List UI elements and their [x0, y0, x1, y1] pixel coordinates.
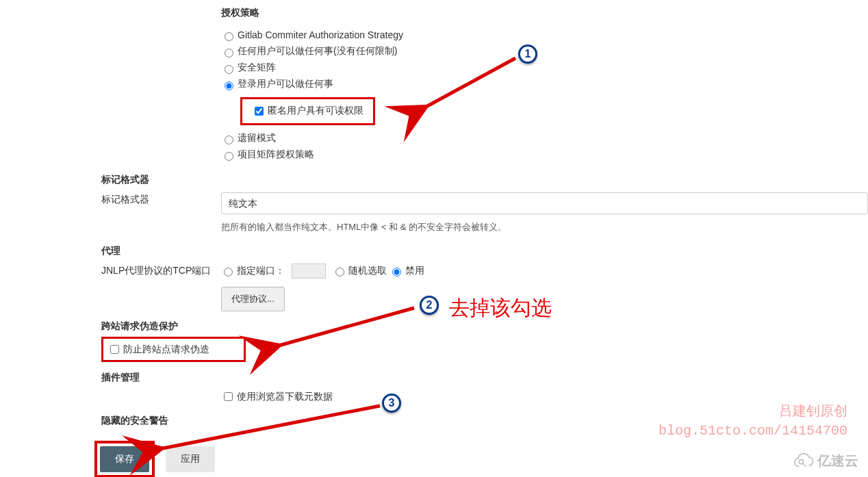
markup-formatter-help: 把所有的输入都当作纯文本。HTML中像 < 和 & 的不安全字符会被转义。 — [221, 214, 868, 236]
port-label-fixed: 指定端口： — [237, 265, 285, 277]
auth-radio-gitlab[interactable] — [225, 32, 233, 41]
auth-radio-loggedin[interactable] — [225, 81, 233, 90]
annotation-arrow-1 — [407, 51, 524, 120]
save-button[interactable]: 保存 — [100, 446, 149, 472]
auth-label-gitlab: Gitlab Commiter Authorization Strategy — [238, 29, 403, 40]
csrf-checkbox[interactable] — [110, 345, 119, 354]
port-label-disabled: 禁用 — [405, 265, 424, 277]
annotation-arrow-2 — [260, 305, 424, 359]
svg-line-2 — [156, 406, 380, 450]
port-radio-disabled[interactable] — [392, 268, 401, 276]
auth-radio-anyone[interactable] — [225, 49, 233, 57]
auth-radio-matrix[interactable] — [225, 65, 233, 74]
jnlp-port-label: JNLP代理协议的TCP端口 — [101, 263, 221, 311]
auth-label-matrix: 安全矩阵 — [238, 62, 276, 73]
annotation-text-2: 去掉该勾选 — [449, 294, 552, 322]
watermark: 吕建钊原创 blog.51cto.com/14154700 — [659, 402, 847, 441]
svg-line-1 — [274, 308, 414, 347]
markup-section-title: 标记格式器 — [0, 171, 868, 190]
port-fixed-input[interactable] — [292, 263, 326, 279]
auth-radio-legacy[interactable] — [225, 136, 233, 144]
auth-label-projectmatrix: 项目矩阵授权策略 — [238, 149, 314, 159]
csrf-section-title: 跨站请求伪造保护 — [0, 318, 868, 337]
annotation-arrow-3 — [144, 400, 390, 462]
agent-section-title: 代理 — [0, 242, 868, 261]
port-radio-fixed[interactable] — [224, 268, 233, 276]
plugin-section-title: 插件管理 — [0, 369, 868, 388]
anon-read-label: 匿名用户具有可读权限 — [268, 105, 363, 116]
svg-line-0 — [421, 58, 515, 109]
auth-label-loggedin: 登录用户可以做任何事 — [238, 78, 333, 89]
brand-logo: 亿速云 — [790, 452, 858, 470]
cloud-icon — [790, 453, 815, 469]
auth-label-legacy: 遗留模式 — [238, 132, 276, 143]
anon-read-highlight: 匿名用户具有可读权限 — [240, 97, 375, 125]
csrf-highlight: 防止跨站点请求伪造 — [101, 337, 246, 362]
auth-label-anyone: 任何用户可以做任何事(没有任何限制) — [238, 45, 397, 56]
auth-radio-projectmatrix[interactable] — [225, 152, 233, 161]
anon-read-checkbox[interactable] — [255, 107, 264, 116]
svg-point-3 — [799, 459, 803, 463]
markup-formatter-select[interactable]: 纯文本 — [221, 192, 868, 214]
port-radio-random[interactable] — [335, 268, 344, 276]
markup-formatter-label: 标记格式器 — [101, 192, 221, 236]
csrf-check-label: 防止跨站点请求伪造 — [123, 344, 209, 354]
auth-strategy-title: 授权策略 — [0, 4, 868, 23]
port-label-random: 随机选取 — [348, 265, 387, 277]
